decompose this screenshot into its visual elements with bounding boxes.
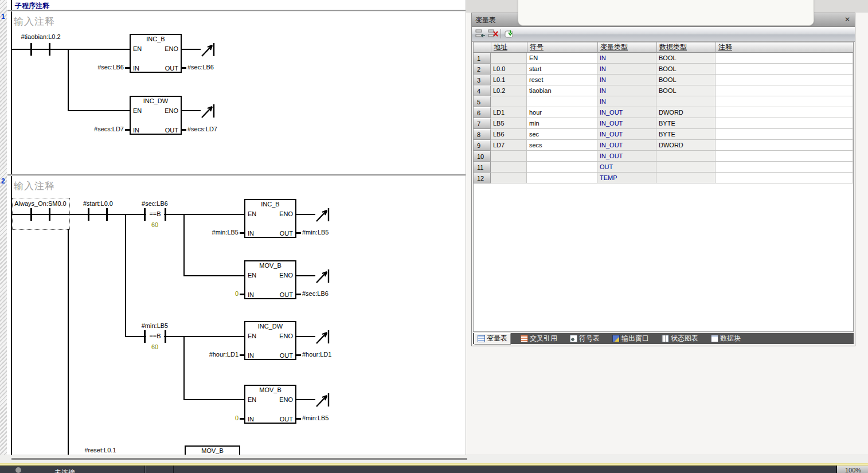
box-mov-b-2[interactable]: MOV_B EN ENO IN OUT bbox=[244, 385, 296, 424]
horizontal-scrollbar[interactable] bbox=[0, 455, 868, 463]
cell-var-type[interactable]: IN_OUT bbox=[597, 140, 656, 151]
cell-symbol[interactable]: start bbox=[527, 64, 597, 75]
cell-data-type[interactable]: BYTE bbox=[656, 118, 715, 129]
cell-symbol[interactable] bbox=[527, 151, 597, 162]
cell-address[interactable]: L0.2 bbox=[491, 85, 527, 96]
box-inc-dw-net1[interactable]: INC_DW EN ENO IN OUT bbox=[130, 96, 182, 135]
cell-address[interactable] bbox=[491, 96, 527, 107]
cell-data-type[interactable] bbox=[656, 96, 715, 107]
cell-data-type[interactable] bbox=[656, 173, 715, 183]
insert-row-icon[interactable] bbox=[475, 29, 486, 38]
filter-icon[interactable] bbox=[504, 29, 514, 38]
cell-comment[interactable] bbox=[715, 140, 853, 151]
cell-comment[interactable] bbox=[715, 173, 853, 183]
cell-data-type[interactable]: DWORD bbox=[656, 107, 715, 118]
cell-comment[interactable] bbox=[715, 162, 853, 173]
cell-symbol[interactable] bbox=[527, 96, 597, 107]
cell-symbol[interactable]: reset bbox=[527, 75, 597, 85]
box-mov-b-1[interactable]: MOV_B EN ENO IN OUT bbox=[244, 260, 296, 299]
row-number[interactable]: 8 bbox=[474, 129, 491, 140]
box-inc-b-net1[interactable]: INC_B EN ENO IN OUT bbox=[130, 34, 182, 73]
scrollbar-thumb[interactable] bbox=[11, 458, 467, 460]
close-icon[interactable]: ✕ bbox=[844, 15, 850, 24]
row-number[interactable]: 10 bbox=[474, 151, 491, 162]
cell-symbol[interactable]: min bbox=[527, 118, 597, 129]
cell-var-type[interactable]: IN bbox=[597, 64, 656, 75]
cell-address[interactable] bbox=[491, 173, 527, 183]
cell-symbol[interactable] bbox=[527, 173, 597, 183]
cell-symbol[interactable]: tiaobian bbox=[527, 85, 597, 96]
box-inc-dw-net2[interactable]: INC_DW EN ENO IN OUT bbox=[244, 321, 296, 360]
cell-address[interactable] bbox=[491, 151, 527, 162]
row-number[interactable]: 2 bbox=[474, 64, 491, 75]
cell-address[interactable]: LB5 bbox=[491, 118, 527, 129]
row-number[interactable]: 9 bbox=[474, 140, 491, 151]
cell-var-type[interactable]: TEMP bbox=[597, 173, 656, 183]
cell-comment[interactable] bbox=[715, 96, 853, 107]
delete-row-icon[interactable] bbox=[488, 29, 498, 38]
cell-address[interactable] bbox=[491, 162, 527, 173]
cell-var-type[interactable]: IN_OUT bbox=[597, 151, 656, 162]
cell-address[interactable]: LD7 bbox=[491, 140, 527, 151]
cell-symbol[interactable]: EN bbox=[527, 53, 597, 64]
cell-var-type[interactable]: IN_OUT bbox=[597, 107, 656, 118]
cell-comment[interactable] bbox=[715, 107, 853, 118]
column-header-data-type[interactable]: 数据类型 bbox=[657, 42, 716, 53]
cell-comment[interactable] bbox=[715, 75, 853, 85]
cell-data-type[interactable]: BOOL bbox=[656, 64, 715, 75]
cell-comment[interactable] bbox=[715, 64, 853, 75]
cell-var-type[interactable]: IN bbox=[597, 96, 656, 107]
network-comment-2[interactable]: 输入注释 bbox=[14, 179, 55, 193]
cell-var-type[interactable]: IN bbox=[597, 85, 656, 96]
row-number[interactable]: 5 bbox=[474, 96, 491, 107]
cell-data-type[interactable]: BOOL bbox=[656, 53, 715, 64]
cell-var-type[interactable]: OUT bbox=[597, 162, 656, 173]
column-header-symbol[interactable]: 符号 bbox=[527, 42, 598, 53]
cell-symbol[interactable]: hour bbox=[527, 107, 597, 118]
row-number[interactable]: 6 bbox=[474, 107, 491, 118]
cell-data-type[interactable] bbox=[656, 151, 715, 162]
cell-symbol[interactable] bbox=[527, 162, 597, 173]
cell-address[interactable] bbox=[491, 53, 527, 64]
box-mov-b-partial[interactable]: MOV_B bbox=[185, 445, 240, 455]
cell-address[interactable]: L0.0 bbox=[491, 64, 527, 75]
column-header-comment[interactable]: 注释 bbox=[716, 42, 853, 53]
variable-table[interactable]: 地址 符号 变量类型 数据类型 注释 1 EN IN BOOL 2 L0.0 bbox=[473, 42, 854, 332]
cell-var-type[interactable]: IN_OUT bbox=[597, 129, 656, 140]
row-number[interactable]: 3 bbox=[474, 75, 491, 85]
cell-comment[interactable] bbox=[715, 85, 853, 96]
tab-output-window[interactable]: 输出窗口 bbox=[609, 334, 652, 344]
row-number[interactable]: 12 bbox=[474, 173, 491, 183]
tab-status-chart[interactable]: 状态图表 bbox=[659, 334, 701, 344]
cell-data-type[interactable]: BYTE bbox=[656, 129, 715, 140]
network-comment-1[interactable]: 输入注释 bbox=[14, 15, 55, 28]
cell-var-type[interactable]: IN bbox=[597, 53, 656, 64]
cell-data-type[interactable] bbox=[656, 162, 715, 173]
cell-var-type[interactable]: IN_OUT bbox=[597, 118, 656, 129]
cell-symbol[interactable]: secs bbox=[527, 140, 597, 151]
row-number[interactable]: 4 bbox=[474, 85, 491, 96]
cell-data-type[interactable]: BOOL bbox=[656, 75, 715, 85]
cell-address[interactable]: LD1 bbox=[491, 107, 527, 118]
tab-variable-table[interactable]: 变量表 bbox=[474, 333, 511, 345]
column-header-address[interactable]: 地址 bbox=[491, 42, 527, 53]
tab-cross-reference[interactable]: 交叉引用 bbox=[518, 334, 560, 344]
ladder-editor[interactable]: 子程序注释 1 输入注释 #tiaobian:L0.2 INC_B EN ENO… bbox=[0, 0, 466, 455]
cell-comment[interactable] bbox=[715, 129, 853, 140]
cell-address[interactable]: LB6 bbox=[491, 129, 527, 140]
tab-symbol-table[interactable]: 符号表 bbox=[567, 334, 603, 344]
row-number[interactable]: 7 bbox=[474, 118, 491, 129]
box-inc-b-net2[interactable]: INC_B EN ENO IN OUT bbox=[244, 199, 296, 238]
cell-comment[interactable] bbox=[715, 151, 853, 162]
cell-comment[interactable] bbox=[715, 53, 853, 64]
cell-var-type[interactable]: IN bbox=[597, 75, 656, 85]
cell-address[interactable]: L0.1 bbox=[491, 75, 527, 85]
cell-symbol[interactable]: sec bbox=[527, 129, 597, 140]
cell-data-type[interactable]: DWORD bbox=[656, 140, 715, 151]
column-header-var-type[interactable]: 变量类型 bbox=[598, 42, 657, 53]
row-number[interactable]: 11 bbox=[474, 162, 491, 173]
cell-data-type[interactable]: BOOL bbox=[656, 85, 715, 96]
row-number[interactable]: 1 bbox=[474, 53, 491, 64]
tab-data-block[interactable]: 数据块 bbox=[708, 334, 744, 344]
cell-comment[interactable] bbox=[715, 118, 853, 129]
